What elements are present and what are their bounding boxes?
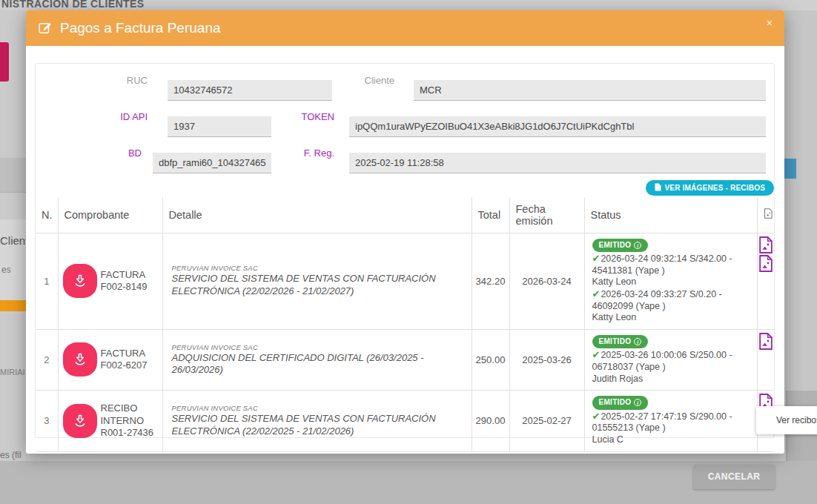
file-icon [655, 183, 661, 193]
info-icon: i [634, 242, 641, 249]
header-n: N. [36, 197, 58, 233]
id-api-input[interactable]: 1937 [168, 116, 271, 137]
receipt-images-cell [757, 233, 774, 329]
total-cell: 290.00 [472, 391, 509, 451]
check-icon: ✔ [592, 349, 601, 360]
table-row: 1 FACTURA [36, 233, 774, 329]
empresa-text: PERUVIAN INVOICE SAC [172, 404, 463, 412]
comprobante-cell: FACTURA F002-6207 [58, 329, 162, 390]
payment-entry: ✔2025-02-27 17:47:19 S/290.00 - 01555213… [592, 411, 750, 446]
payment-person: Katty Leon [592, 276, 750, 288]
header-image-icon [757, 197, 774, 233]
header-comprobante: Comprobante [58, 197, 162, 233]
payments-table: N. Comprobante Detalle Total Fecha emisi… [36, 197, 774, 452]
ver-imagenes-recibos-button[interactable]: VER IMÁGENES - RECIBOS [646, 180, 774, 196]
file-image-icon [764, 208, 773, 219]
payment-entry: ✔2025-03-26 10:00:06 S/250.00 - 06718037… [592, 349, 750, 385]
payment-person: Lucia C [592, 434, 750, 446]
download-receipt-icon[interactable] [63, 264, 97, 298]
backdrop-left-strip: Client es MIRIAI es (fil [0, 10, 26, 504]
backdrop-miriam-text: MIRIAI [0, 368, 25, 377]
status-cell: EMITIDO i ✔2026-03-24 09:32:14 S/342.00 … [584, 233, 757, 329]
receipt-image-icon[interactable] [758, 333, 773, 350]
bd-label: BD [67, 147, 142, 159]
modal-header: Pagos a Factura Peruana × [26, 10, 784, 46]
payment-text: 2026-03-24 09:33:27 S/0.20 - 46092099 (Y… [592, 289, 722, 311]
payment-entry: ✔2026-03-24 09:33:27 S/0.20 - 46092099 (… [592, 288, 750, 324]
modal-title: Pagos a Factura Peruana [60, 20, 221, 36]
ruc-input[interactable]: 10432746572 [168, 80, 332, 101]
backdrop-blue-button-edge [784, 159, 796, 179]
check-icon: ✔ [592, 253, 601, 264]
status-badge: EMITIDO i [592, 239, 649, 253]
detalle-text: ADQUISICION DEL CERTIFICADO DIGITAL (26/… [172, 352, 463, 377]
id-api-label: ID API [73, 111, 148, 122]
download-receipt-icon[interactable] [63, 342, 97, 377]
receipt-image-icon[interactable] [758, 236, 773, 253]
header-fecha-emision: Fecha emisión [509, 197, 584, 233]
cliente-input[interactable]: MCR [414, 80, 766, 101]
edit-icon [38, 21, 53, 36]
detalle-text: SERVICIO DEL SISTEMA DE VENTAS CON FACTU… [172, 413, 463, 438]
backdrop-es-text: es [1, 265, 11, 275]
ver-recibos-tooltip: Ver recibos [756, 406, 817, 434]
table-row: 3 RECIBO INTERNO [36, 391, 774, 451]
comprobante-numero: F002-8149 [101, 281, 148, 293]
detalle-cell: PERUVIAN INVOICE SAC ADQUISICION DEL CER… [162, 329, 472, 390]
close-icon[interactable]: × [767, 18, 773, 28]
fecha-emision-cell: 2025-03-26 [509, 329, 584, 390]
comprobante-cell: RECIBO INTERNO R001-27436 [58, 391, 162, 451]
payment-text: 2025-02-27 17:47:19 S/290.00 - 01555213 … [592, 411, 732, 434]
receipt-images-cell [757, 329, 774, 390]
total-cell: 342.20 [472, 233, 509, 329]
check-icon: ✔ [592, 411, 601, 422]
payment-text: 2025-03-26 10:00:06 S/250.00 - 06718037 … [592, 350, 732, 372]
detalle-cell: PERUVIAN INVOICE SAC SERVICIO DEL SISTEM… [162, 233, 472, 329]
download-receipt-icon[interactable] [63, 404, 97, 438]
backdrop-light-panel [0, 219, 26, 300]
status-badge: EMITIDO i [592, 396, 649, 410]
token-input[interactable]: ipQQm1uraWPyEZOIBuO41X3eABki8JG1dO6J7CtU… [349, 116, 766, 137]
screen: NISTRACIÓN DE CLIENTES Client es MIRIAI … [0, 0, 817, 504]
pagos-factura-modal: Pagos a Factura Peruana × RUC 1043274657… [26, 10, 784, 454]
payment-person: Judith Rojas [592, 374, 750, 385]
backdrop-page-heading: NISTRACIÓN DE CLIENTES [1, 0, 144, 10]
fecha-emision-cell: 2026-03-24 [509, 233, 584, 329]
payment-text: 2026-03-24 09:32:14 S/342.00 - 45411381 … [592, 253, 732, 276]
backdrop-toolbar-band [0, 158, 26, 193]
backdrop-es-fil-text: es (fil [0, 450, 22, 460]
fecha-emision-cell: 2025-02-27 [509, 391, 584, 451]
detalle-text: SERVICIO DEL SISTEMA DE VENTAS CON FACTU… [172, 273, 463, 298]
row-number: 2 [36, 329, 58, 390]
row-number: 1 [36, 233, 58, 329]
info-icon: i [634, 338, 641, 345]
header-status: Status [584, 197, 757, 233]
modal-body-panel: RUC 10432746572 Cliente MCR ID API 1937 … [35, 63, 775, 438]
info-icon: i [634, 399, 641, 406]
receipt-image-icon[interactable] [758, 255, 773, 272]
backdrop-top-strip: NISTRACIÓN DE CLIENTES [0, 0, 817, 10]
header-total: Total [472, 197, 509, 233]
backdrop-crimson-button [0, 42, 9, 82]
backdrop-clientes-text: Client [0, 234, 28, 247]
total-cell: 250.00 [472, 329, 509, 390]
row-number: 3 [36, 391, 58, 451]
cliente-label: Cliente [320, 75, 394, 86]
f-reg-input[interactable]: 2025-02-19 11:28:58 [349, 153, 766, 173]
status-cell: EMITIDO i ✔2025-02-27 17:47:19 S/290.00 … [584, 391, 757, 451]
comprobante-numero: R001-27436 [101, 427, 161, 439]
comprobante-tipo: FACTURA [101, 269, 148, 281]
comprobante-tipo: RECIBO INTERNO [101, 402, 161, 427]
cancel-button[interactable]: CANCELAR [693, 465, 775, 489]
f-reg-label: F. Reg. [260, 147, 334, 159]
comprobante-tipo: FACTURA [101, 348, 148, 359]
bd-input[interactable]: dbfp_rami60_104327465 [153, 153, 271, 173]
backdrop-orange-bar [0, 300, 26, 311]
status-badge: EMITIDO i [592, 335, 649, 349]
detalle-cell: PERUVIAN INVOICE SAC SERVICIO DEL SISTEM… [162, 391, 472, 451]
comprobante-numero: F002-6207 [101, 359, 148, 371]
comprobante-cell: FACTURA F002-8149 [58, 233, 162, 329]
check-icon: ✔ [592, 288, 601, 299]
table-header-row: N. Comprobante Detalle Total Fecha emisi… [36, 197, 774, 233]
header-detalle: Detalle [162, 197, 472, 233]
